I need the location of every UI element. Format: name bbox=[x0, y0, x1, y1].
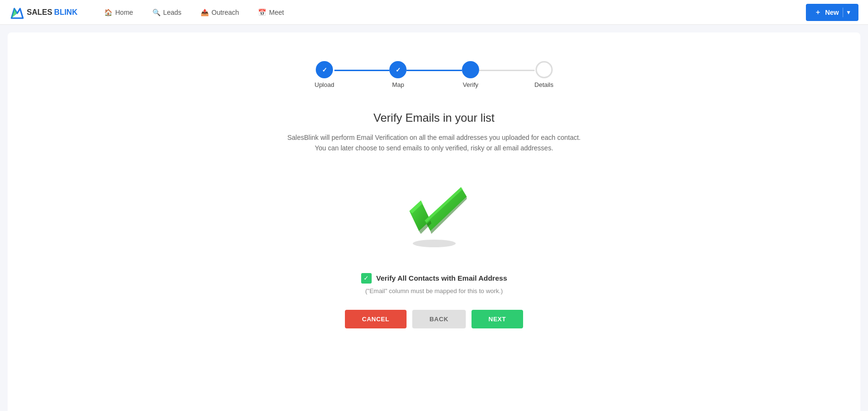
page-title: Verify Emails in your list bbox=[374, 111, 494, 125]
nav-meet-label: Meet bbox=[269, 9, 284, 16]
connector-1 bbox=[334, 70, 390, 71]
step-details-circle bbox=[536, 61, 553, 78]
verify-checkbox-label: Verify All Contacts with Email Address bbox=[376, 274, 507, 282]
nav-items: 🏠 Home 🔍 Leads 📤 Outreach 📅 Meet bbox=[96, 6, 806, 19]
step-map-circle: ✓ bbox=[389, 61, 407, 78]
nav-outreach[interactable]: 📤 Outreach bbox=[193, 6, 247, 19]
step-details: Details bbox=[535, 61, 554, 88]
page-desc-line2: You can later choose to send emails to o… bbox=[315, 143, 553, 153]
back-button[interactable]: BACK bbox=[412, 310, 466, 328]
cancel-button[interactable]: CANCEL bbox=[345, 310, 407, 328]
step-verify-label: Verify bbox=[463, 81, 479, 88]
chevron-down-icon: ▾ bbox=[847, 9, 850, 16]
verify-checkbox-row: ✓ Verify All Contacts with Email Address bbox=[361, 273, 507, 284]
meet-icon: 📅 bbox=[258, 9, 266, 16]
leads-icon: 🔍 bbox=[152, 9, 161, 16]
home-icon: 🏠 bbox=[104, 9, 112, 16]
connector-3 bbox=[479, 70, 535, 71]
checkmark-svg bbox=[396, 173, 472, 249]
step-upload-label: Upload bbox=[315, 81, 334, 88]
step-details-label: Details bbox=[535, 81, 554, 88]
step-map: ✓ Map bbox=[389, 61, 407, 88]
navbar: SALESBLINK 🏠 Home 🔍 Leads 📤 Outreach 📅 M… bbox=[0, 0, 868, 25]
nav-leads[interactable]: 🔍 Leads bbox=[145, 6, 189, 19]
nav-home[interactable]: 🏠 Home bbox=[96, 6, 140, 19]
step-map-label: Map bbox=[392, 81, 404, 88]
step-verify: Verify bbox=[462, 61, 479, 88]
new-button-label: New bbox=[825, 9, 839, 16]
new-btn-divider bbox=[843, 8, 843, 17]
connector-2 bbox=[407, 70, 462, 71]
button-row: CANCEL BACK NEXT bbox=[345, 310, 523, 328]
verify-checkbox-note: ("Email" column must be mapped for this … bbox=[365, 287, 503, 295]
big-checkmark bbox=[396, 173, 472, 249]
nav-meet[interactable]: 📅 Meet bbox=[250, 6, 291, 19]
nav-home-label: Home bbox=[115, 9, 133, 16]
logo-icon bbox=[10, 5, 25, 20]
nav-leads-label: Leads bbox=[163, 9, 182, 16]
verify-checkbox[interactable]: ✓ bbox=[361, 273, 372, 284]
new-button[interactable]: ＋ New ▾ bbox=[806, 4, 858, 21]
main-content: ✓ Upload ✓ Map Verify Details Verify Ema… bbox=[8, 32, 860, 411]
svg-marker-5 bbox=[425, 187, 467, 231]
next-button[interactable]: NEXT bbox=[472, 310, 524, 328]
logo[interactable]: SALESBLINK bbox=[10, 5, 77, 20]
step-upload-circle: ✓ bbox=[316, 61, 333, 78]
page-desc-line1: SalesBlink will perform Email Verificati… bbox=[288, 132, 581, 143]
nav-outreach-label: Outreach bbox=[212, 9, 239, 16]
stepper: ✓ Upload ✓ Map Verify Details bbox=[315, 61, 554, 88]
logo-sales-text: SALES bbox=[27, 8, 52, 17]
step-upload: ✓ Upload bbox=[315, 61, 334, 88]
step-verify-circle bbox=[462, 61, 479, 78]
svg-point-3 bbox=[413, 240, 456, 247]
logo-blink-text: BLINK bbox=[54, 8, 77, 17]
plus-icon: ＋ bbox=[814, 8, 821, 17]
outreach-icon: 📤 bbox=[201, 9, 209, 16]
